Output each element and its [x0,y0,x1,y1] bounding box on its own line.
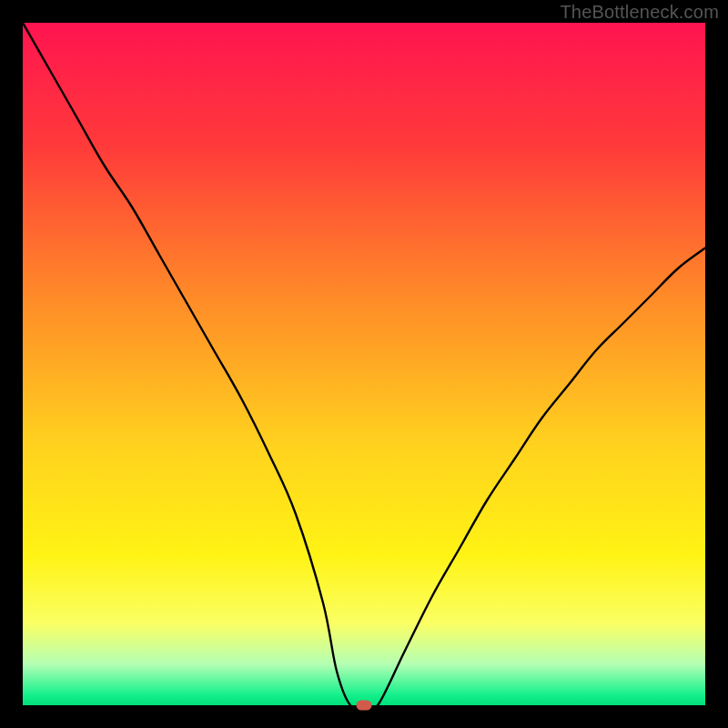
gradient-background [23,23,705,705]
watermark-text: TheBottleneck.com [560,2,719,23]
chart-frame: TheBottleneck.com [0,0,728,728]
optimal-point-marker [357,701,372,711]
bottleneck-chart [23,23,705,705]
